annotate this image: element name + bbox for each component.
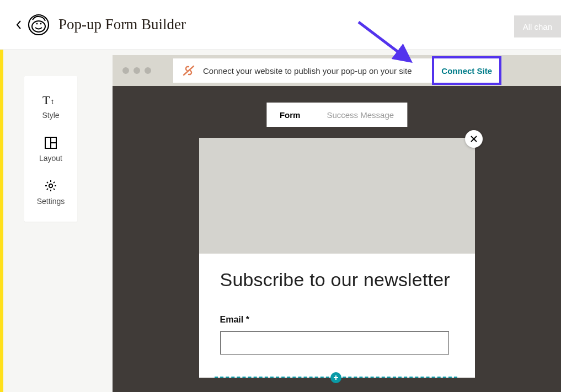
workspace: T t Style Layout (3, 50, 561, 392)
plus-icon (333, 375, 339, 380)
preview-stage: Connect your website to publish your pop… (113, 55, 561, 392)
email-field[interactable] (220, 331, 449, 355)
close-icon (470, 135, 478, 143)
connect-site-button[interactable]: Connect Site (432, 56, 501, 85)
app-header: Pop-up Form Builder All chan (0, 0, 561, 50)
back-button[interactable] (15, 20, 22, 30)
svg-line-18 (184, 66, 194, 75)
add-block-divider (215, 377, 457, 378)
svg-line-14 (47, 182, 48, 183)
popup-close-button[interactable] (465, 130, 483, 148)
connect-site-label: Connect Site (441, 66, 492, 76)
svg-point-3 (40, 23, 42, 24)
all-changes-button[interactable]: All chan (514, 15, 561, 37)
unlinked-icon (182, 65, 195, 76)
tab-form[interactable]: Form (266, 110, 314, 120)
svg-line-16 (47, 189, 48, 190)
svg-point-2 (36, 23, 38, 24)
layout-icon (44, 136, 57, 149)
connect-message: Connect your website to publish your pop… (203, 66, 412, 76)
sidebar-item-layout[interactable]: Layout (25, 130, 77, 173)
preview-tabs: Form Success Message (266, 103, 407, 127)
freddie-icon (28, 14, 50, 36)
svg-line-17 (54, 182, 55, 183)
popup-preview: Subscribe to our newsletter Email * (199, 138, 475, 378)
email-label: Email * (220, 315, 454, 325)
chevron-left-icon (15, 20, 22, 30)
sidebar-item-label: Layout (39, 154, 62, 163)
svg-point-9 (49, 184, 52, 187)
svg-text:T: T (42, 93, 50, 106)
popup-body: Subscribe to our newsletter Email * (199, 254, 475, 378)
popup-hero-area[interactable] (199, 138, 475, 254)
svg-text:t: t (51, 98, 54, 106)
preview-canvas: Form Success Message Subscribe to our ne… (113, 86, 561, 392)
all-changes-label: All chan (523, 22, 552, 31)
add-block-button[interactable] (330, 372, 341, 383)
sidebar-item-settings[interactable]: Settings (25, 173, 77, 216)
mailchimp-logo (28, 14, 50, 36)
gear-icon (44, 179, 57, 192)
sidebar-item-label: Settings (37, 197, 65, 206)
page-title: Pop-up Form Builder (58, 16, 186, 33)
sidebar-item-style[interactable]: T t Style (25, 87, 77, 130)
tab-success-message[interactable]: Success Message (313, 110, 407, 120)
typography-icon: T t (42, 93, 59, 106)
svg-line-15 (54, 189, 55, 190)
browser-chrome-dots (122, 67, 151, 74)
popup-title[interactable]: Subscribe to our newsletter (220, 269, 454, 291)
tool-sidebar: T t Style Layout (24, 76, 77, 222)
sidebar-item-label: Style (42, 111, 59, 120)
